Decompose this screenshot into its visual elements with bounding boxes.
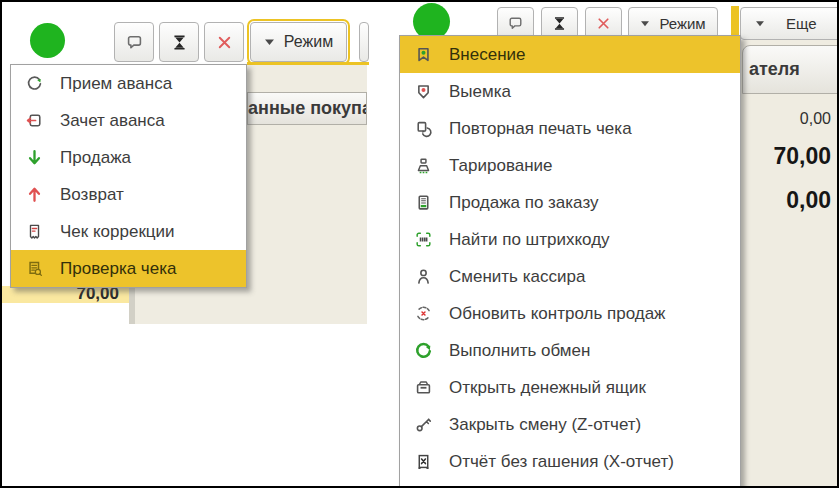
sale-arrow-down-icon [25, 148, 44, 167]
document-order-icon [414, 193, 433, 212]
menu-item-return[interactable]: Возврат [11, 176, 246, 213]
menu-item-find-by-barcode[interactable]: Найти по штрихкоду [400, 221, 740, 258]
customer-data-header: анные покупат [247, 92, 367, 125]
menu-item-close-shift-z-report[interactable]: Закрыть смену (Z-отчет) [400, 406, 740, 443]
menu-item-label: Выемка [449, 82, 511, 102]
menu-item-advance-receive[interactable]: Прием аванса [11, 65, 246, 102]
hourglass-icon [170, 33, 189, 52]
menu-item-open-cash-drawer[interactable]: Открыть денежный ящик [400, 369, 740, 406]
cash-deposit-icon [414, 45, 433, 64]
hourglass-button[interactable] [159, 22, 199, 62]
customer-data-header: ателя [742, 45, 839, 94]
menu-item-check-verification[interactable]: Проверка чека [11, 250, 246, 287]
more-menu-button[interactable]: Еще [740, 7, 839, 40]
mode-menu-button[interactable]: Режим [250, 22, 347, 62]
menu-item-label: Повторная печать чека [449, 119, 632, 139]
menu-item-label: Возврат [60, 185, 124, 205]
customer-data-header-label: анные покупат [248, 98, 367, 119]
close-button[interactable] [204, 22, 244, 62]
hourglass-icon [551, 15, 568, 32]
mode-button-label: Режим [659, 15, 705, 32]
caret-down-icon [264, 38, 275, 46]
receipt-magnifier-icon [25, 259, 44, 278]
menu-item-label: Выполнить обмен [449, 341, 590, 361]
message-bubble-icon [507, 15, 524, 32]
menu-item-reprint-receipt[interactable]: Повторная печать чека [400, 110, 740, 147]
menu-item-sale-by-order[interactable]: Продажа по заказу [400, 184, 740, 221]
menu-item-label: Проверка чека [60, 259, 176, 279]
cash-drawer-icon [414, 378, 433, 397]
advance-offset-icon [25, 111, 44, 130]
key-icon [414, 415, 433, 434]
status-indicator [30, 23, 65, 58]
close-icon [215, 33, 234, 52]
more-dropdown-menu: Внесение Выемка Повторная печать чека Та… [399, 35, 741, 488]
mode-button-label: Режим [284, 33, 333, 51]
scale-icon [414, 156, 433, 175]
return-arrow-up-icon [25, 185, 44, 204]
menu-item-label: Чек коррекции [60, 222, 175, 242]
menu-item-label: Продажа по заказу [449, 193, 599, 213]
menu-item-label: Открыть денежный ящик [449, 378, 646, 398]
barcode-scan-icon [414, 230, 433, 249]
x-report-icon [414, 452, 433, 471]
sync-error-icon [414, 304, 433, 323]
cash-withdrawal-icon [414, 82, 433, 101]
menu-item-change-cashier[interactable]: Сменить кассира [400, 258, 740, 295]
menu-item-label: Прием аванса [60, 74, 172, 94]
menu-item-advance-offset[interactable]: Зачет аванса [11, 102, 246, 139]
more-button-label: Еще [786, 15, 817, 32]
reprint-copy-icon [414, 119, 433, 138]
menu-item-label: Отчёт без гашения (X-отчет) [449, 452, 674, 472]
person-icon [414, 267, 433, 286]
correction-receipt-icon [25, 222, 44, 241]
menu-item-run-exchange[interactable]: Выполнить обмен [400, 332, 740, 369]
menu-item-label: Тарирование [449, 156, 553, 176]
menu-item-withdrawal[interactable]: Выемка [400, 73, 740, 110]
customer-data-header-label: ателя [749, 59, 800, 80]
close-icon [595, 15, 612, 32]
menu-item-label: Сменить кассира [449, 267, 585, 287]
menu-item-label: Зачет аванса [60, 111, 165, 131]
partial-button[interactable] [359, 22, 369, 62]
message-button[interactable] [114, 22, 154, 62]
message-bubble-icon [125, 33, 144, 52]
menu-item-deposit[interactable]: Внесение [400, 36, 740, 73]
advance-receive-icon [25, 74, 44, 93]
menu-item-sale[interactable]: Продажа [11, 139, 246, 176]
total-amount-cell: 70,00 [2, 286, 129, 303]
menu-item-update-sales-control[interactable]: Обновить контроль продаж [400, 295, 740, 332]
receipt-panel [741, 40, 839, 488]
amount-value: 0,00 [800, 110, 831, 128]
menu-item-correction-check[interactable]: Чек коррекции [11, 213, 246, 250]
screen: Режим анные покупат 70,00 Прием аванса З… [0, 0, 839, 488]
caret-down-icon [640, 20, 650, 27]
exchange-refresh-icon [414, 341, 433, 360]
panel-divider [129, 285, 135, 324]
amount-value: 0,00 [786, 187, 831, 214]
caret-down-icon [755, 20, 765, 27]
menu-item-label: Внесение [449, 45, 525, 65]
menu-item-label: Найти по штрихкоду [449, 230, 610, 250]
menu-item-label: Закрыть смену (Z-отчет) [449, 415, 641, 435]
menu-item-taring[interactable]: Тарирование [400, 147, 740, 184]
menu-item-label: Обновить контроль продаж [449, 304, 665, 324]
amount-value: 70,00 [773, 143, 831, 170]
menu-item-x-report[interactable]: Отчёт без гашения (X-отчет) [400, 443, 740, 480]
mode-dropdown-menu: Прием аванса Зачет аванса Продажа Возвра… [10, 64, 247, 288]
menu-item-label: Продажа [60, 148, 131, 168]
